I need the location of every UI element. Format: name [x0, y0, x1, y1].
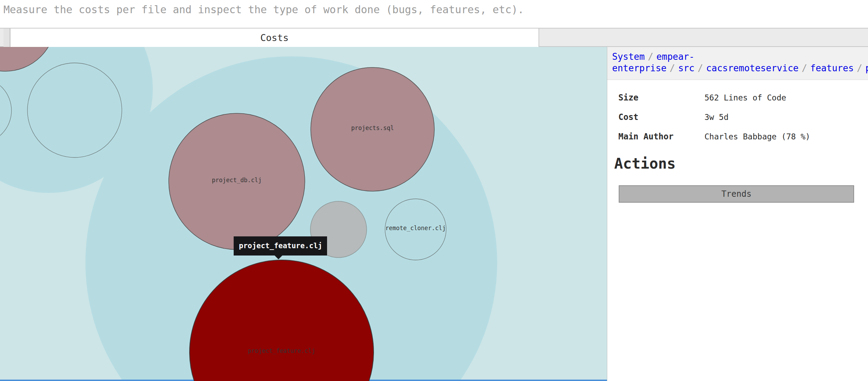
- tab-stub: [3, 29, 10, 47]
- breadcrumb-link-project[interactable]: project: [865, 63, 868, 73]
- breadcrumb-separator: /: [802, 63, 807, 73]
- detail-value: Charles Babbage (78 %): [704, 131, 810, 142]
- file-details: Size562 Lines of CodeCost3w 5dMain Autho…: [607, 80, 868, 142]
- breadcrumb-link-cacsremoteservice[interactable]: cacsremoteservice: [706, 63, 799, 73]
- page-instruction: Measure the costs per file and inspect t…: [3, 3, 524, 17]
- detail-panel: System/empear-enterprise/src/cacsremotes…: [607, 47, 868, 381]
- tab-bar: Costs: [0, 28, 868, 47]
- file-circle-project-db[interactable]: [169, 113, 305, 250]
- breadcrumb-separator: /: [648, 51, 653, 62]
- detail-row: Cost3w 5d: [618, 112, 854, 122]
- trends-button[interactable]: Trends: [619, 185, 854, 203]
- detail-row: Size562 Lines of Code: [618, 92, 854, 103]
- breadcrumb-separator: /: [698, 63, 703, 73]
- breadcrumb-link-System[interactable]: System: [612, 51, 645, 62]
- breadcrumb-separator: /: [857, 63, 862, 73]
- detail-label: Main Author: [618, 131, 704, 142]
- main-area: projects.sqlproject_db.cljremote_cloner.…: [0, 47, 868, 381]
- detail-label: Cost: [618, 112, 704, 122]
- breadcrumb-link-features[interactable]: features: [810, 63, 854, 73]
- detail-label: Size: [618, 92, 704, 103]
- detail-value: 3w 5d: [704, 112, 728, 122]
- circle-packing-svg: projects.sqlproject_db.cljremote_cloner.…: [0, 47, 607, 381]
- hover-tooltip-label: project_feature.clj: [239, 242, 322, 250]
- breadcrumb-link-src[interactable]: src: [678, 63, 694, 73]
- detail-row: Main AuthorCharles Babbage (78 %): [618, 131, 854, 142]
- breadcrumb: System/empear-enterprise/src/cacsremotes…: [607, 47, 868, 80]
- cost-visualization[interactable]: projects.sqlproject_db.cljremote_cloner.…: [0, 47, 607, 381]
- hover-tooltip: project_feature.clj: [234, 236, 327, 256]
- detail-value: 562 Lines of Code: [704, 92, 786, 103]
- breadcrumb-separator: /: [670, 63, 675, 73]
- tab-costs[interactable]: Costs: [10, 29, 539, 47]
- file-circle-projects-sql[interactable]: [311, 67, 434, 191]
- actions-heading: Actions: [614, 155, 868, 172]
- tab-costs-label: Costs: [260, 32, 289, 43]
